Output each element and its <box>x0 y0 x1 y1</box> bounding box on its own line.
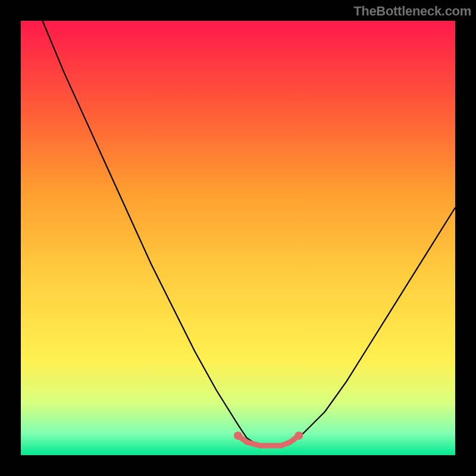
marker-end-dot <box>234 431 242 440</box>
plot-area <box>21 21 455 455</box>
watermark-text: TheBottleneck.com <box>353 4 471 19</box>
chart-svg <box>21 21 455 455</box>
chart-container: TheBottleneck.com <box>0 0 476 476</box>
marker-end-dot <box>295 431 303 440</box>
gradient-background <box>21 21 455 455</box>
